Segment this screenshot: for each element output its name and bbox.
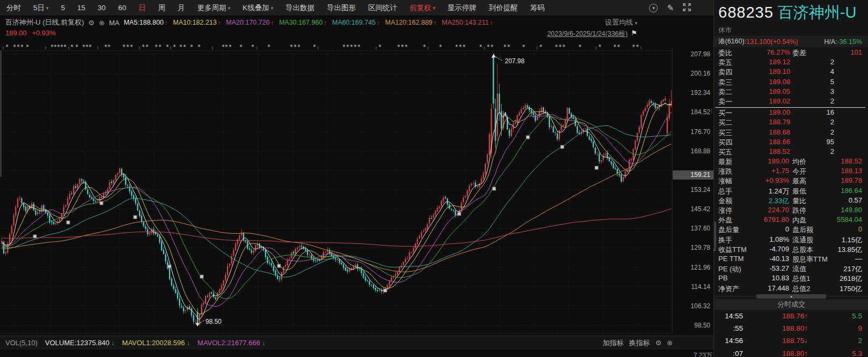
- price-axis-label: 200.16: [690, 70, 710, 77]
- price-axis-highlight: 159.21: [690, 171, 710, 178]
- price-axis-label: 114.14: [691, 283, 710, 291]
- gear-icon[interactable]: ⚙: [655, 339, 661, 347]
- svg-text:*: *: [632, 43, 635, 51]
- svg-text:*: *: [614, 43, 616, 51]
- svg-text:↕: ↕: [595, 45, 598, 50]
- svg-text:*: *: [313, 43, 316, 51]
- svg-text:*: *: [523, 43, 525, 51]
- toolbar-item-30[interactable]: 30: [98, 4, 106, 12]
- panel-divider: ▲: [714, 294, 868, 299]
- fullscreen-icon[interactable]: [683, 3, 691, 13]
- close-circle-icon[interactable]: ⊗: [99, 19, 105, 27]
- bid-row: 买一189.0016: [714, 108, 868, 118]
- chart-toolbar: 分时5日▾5153060日周月更多周期▾K线叠加▾导出数据导出图形区间统计前复权…: [0, 0, 713, 16]
- ma-settings-button[interactable]: 设置均线 ▾: [605, 18, 637, 27]
- toolbar-item-显示停牌[interactable]: 显示停牌: [447, 3, 476, 13]
- close-circle-icon[interactable]: ⊗: [667, 339, 673, 347]
- price-axis-label: 145.42: [690, 205, 710, 213]
- divider-handle[interactable]: ▲: [756, 294, 826, 299]
- ma-chip-MA10: MA10:182.213↑: [173, 19, 221, 26]
- toolbar-item-前复权[interactable]: 前复权▾: [409, 3, 435, 13]
- price-axis-label: 129.78: [690, 244, 710, 251]
- ma-chip-MA5: MA5:188.800↑: [124, 19, 168, 26]
- candlestick-chart-area: ↕*****↕*****↕*****↕*****↕*****↕*****↕***…: [0, 16, 713, 357]
- svg-text:*: *: [21, 43, 24, 51]
- svg-text:*: *: [105, 43, 107, 51]
- market-status: 休市: [718, 26, 732, 35]
- svg-text:↕: ↕: [170, 45, 172, 50]
- svg-text:*: *: [83, 43, 85, 51]
- ask-row: 卖三189.085: [714, 78, 868, 87]
- collapse-circle-icon[interactable]: ▼: [649, 4, 658, 12]
- toolbar-item-导出数据[interactable]: 导出数据: [285, 3, 314, 13]
- draw-pen-icon[interactable]: ✎: [667, 3, 674, 13]
- stat-row: 外盘6791.80内盘5584.04: [714, 215, 868, 225]
- toolbar-item-周[interactable]: 周: [158, 3, 166, 13]
- svg-text:*: *: [51, 43, 54, 51]
- price-axis-label: 207.98: [690, 50, 710, 58]
- toolbar-item-到价提醒[interactable]: 到价提醒: [489, 3, 518, 13]
- svg-text:↕: ↕: [138, 45, 141, 50]
- svg-text:*: *: [268, 43, 270, 51]
- svg-text:*: *: [123, 43, 126, 51]
- svg-text:*: *: [487, 43, 490, 51]
- svg-text:*: *: [401, 43, 404, 51]
- date-range-link[interactable]: 2023/9/6-2025/1/24(336根): [547, 29, 628, 39]
- hk-quote-row: 港(6160):131.100(+0.54%) H/A:-36.15%: [714, 36, 868, 47]
- down-arrow-icon: ↓: [262, 339, 266, 347]
- toolbar-item-月[interactable]: 月: [178, 3, 185, 13]
- ma-values: MA5:188.800↑MA10:182.213↑MA20:170.720↑MA…: [124, 19, 493, 26]
- bid-row: 买二188.792: [714, 118, 868, 128]
- svg-text:*: *: [298, 43, 300, 51]
- hk-value: 131.100(+0.54%): [746, 38, 798, 46]
- toolbar-item-更多周期[interactable]: 更多周期▾: [197, 3, 231, 13]
- svg-text:*: *: [229, 43, 232, 51]
- svg-text:*: *: [130, 43, 133, 51]
- candlestick-chart[interactable]: ↕*****↕*****↕*****↕*****↕*****↕*****↕***…: [0, 16, 713, 338]
- last-change: +0.93%: [32, 29, 55, 37]
- ask-row: 卖五189.122: [714, 58, 868, 68]
- stat-row: 涨幅+0.93%最高189.78: [714, 176, 868, 186]
- stat-row: 盘后量0盘后额0: [714, 225, 868, 235]
- toolbar-item-15[interactable]: 15: [77, 4, 85, 12]
- svg-text:*: *: [358, 43, 361, 51]
- svg-text:*: *: [127, 43, 129, 51]
- toolbar-item-日[interactable]: 日: [138, 3, 146, 13]
- toolbar-item-分时[interactable]: 分时: [6, 3, 21, 13]
- toolbar-item-60[interactable]: 60: [118, 4, 126, 12]
- svg-text:*: *: [222, 43, 225, 51]
- svg-text:*: *: [76, 43, 78, 51]
- switch-indicator-button[interactable]: 换指标: [629, 338, 650, 348]
- left-scroll-strip[interactable]: [0, 51, 2, 177]
- tick-trade-row: :55188.80↑9: [714, 323, 868, 335]
- gear-icon[interactable]: ⚙: [89, 19, 95, 27]
- toolbar-item-导出图形[interactable]: 导出图形: [327, 3, 356, 13]
- panel-scrollbar[interactable]: [714, 221, 716, 249]
- pin-icon[interactable]: ⚑: [631, 29, 637, 37]
- toolbar-item-K线叠加[interactable]: K线叠加▾: [242, 3, 273, 13]
- svg-text:↕: ↕: [68, 45, 70, 50]
- svg-text:↕: ↕: [2, 45, 5, 50]
- down-arrow-icon: ↓: [112, 339, 115, 347]
- toolbar-item-筹码[interactable]: 筹码: [530, 3, 545, 13]
- ha-premium-value: -36.15%: [837, 38, 862, 46]
- svg-text:*: *: [71, 43, 73, 51]
- toolbar-item-5[interactable]: 5: [61, 4, 65, 12]
- svg-text:↕: ↕: [427, 45, 430, 50]
- tick-trades-list: 14:55188.76↑5.5:55188.80↑914:56188.75↓2:…: [714, 310, 868, 357]
- stat-row: 最新189.00均价188.52: [714, 157, 868, 167]
- svg-text:*: *: [491, 43, 494, 51]
- svg-text:*: *: [13, 43, 16, 51]
- ma-chip-MA250: MA250:143.211↑: [442, 19, 493, 26]
- svg-text:*: *: [190, 43, 193, 51]
- svg-text:*: *: [294, 43, 297, 51]
- panel-collapse-arrow[interactable]: ▸: [713, 247, 716, 252]
- toolbar-item-5日[interactable]: 5日▾: [33, 3, 49, 13]
- add-indicator-button[interactable]: 加指标: [602, 338, 623, 348]
- stat-row: PE (动)-53.27流值217亿: [714, 264, 868, 274]
- toolbar-item-区间统计[interactable]: 区间统计: [368, 3, 397, 13]
- svg-text:*: *: [26, 43, 29, 51]
- toolbar-items: 分时5日▾5153060日周月更多周期▾K线叠加▾导出数据导出图形区间统计前复权…: [0, 3, 545, 13]
- ask-row: 卖四189.104: [714, 68, 868, 77]
- svg-text:*: *: [142, 43, 145, 51]
